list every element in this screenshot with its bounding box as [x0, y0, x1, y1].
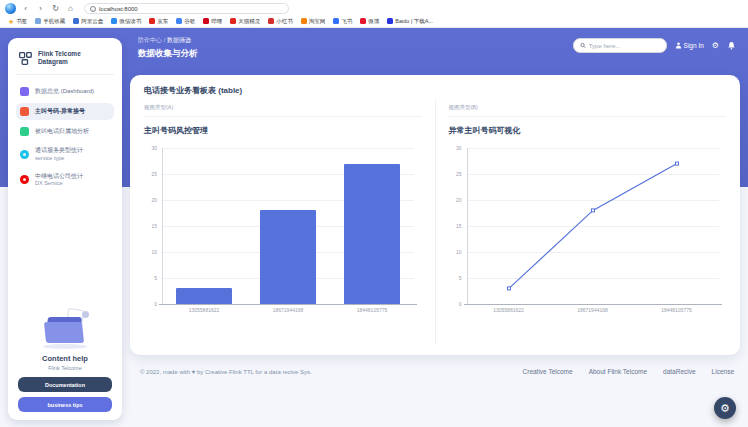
- caller-abnormal-icon: [20, 107, 29, 116]
- y-tick-label: 30: [144, 145, 157, 151]
- bookmark-item[interactable]: 微信读书: [111, 18, 141, 25]
- bookmark-label: 微信读书: [119, 18, 141, 25]
- favicon-icon: [73, 18, 79, 24]
- business-tips-button[interactable]: business tips: [18, 397, 112, 412]
- sidebar-item[interactable]: 被叫电话归属地分析: [16, 123, 114, 140]
- person-icon: [675, 42, 682, 49]
- sidebar-item-label: 数据总览 (Dashboard): [35, 88, 94, 96]
- footer-link[interactable]: License: [712, 368, 734, 375]
- x-tick-label: 13055881622: [162, 307, 246, 313]
- bookmark-label: 京东: [157, 18, 168, 25]
- breadcrumb-separator: /: [164, 37, 166, 43]
- documentation-button[interactable]: Documentation: [18, 377, 112, 392]
- bookmark-item[interactable]: 小红书: [268, 18, 293, 25]
- bookmark-label: 书签: [16, 18, 27, 25]
- sidebar-item[interactable]: 主叫号码-异常接号: [16, 103, 114, 120]
- y-tick-label: 20: [144, 197, 157, 203]
- address-bar[interactable]: i localhost:8000: [84, 3, 289, 14]
- bar-series-0: [176, 288, 231, 304]
- home-icon[interactable]: ⌂: [65, 3, 76, 14]
- sidebar-item-label: 主叫号码-异常接号: [35, 108, 85, 116]
- y-tick-label: 15: [144, 223, 157, 229]
- x-tick-label: 18448105775: [330, 307, 414, 313]
- url-text: localhost:8000: [99, 6, 138, 12]
- view-type-label-b: 视图类型(B): [449, 104, 727, 117]
- folder-illustration-icon: [37, 307, 93, 349]
- bookmark-item[interactable]: 天猫精灵: [230, 18, 260, 25]
- favicon-icon: [111, 18, 117, 24]
- copyright-text: © 2022, made with ♥ by Creative Flink TT…: [140, 369, 312, 375]
- bookmark-item[interactable]: 阿里云盘: [73, 18, 103, 25]
- star-icon: ★: [8, 18, 14, 25]
- browser-toolbar: ‹ › ↻ ⌂ i localhost:8000: [0, 0, 748, 15]
- refresh-icon[interactable]: ↻: [50, 3, 61, 14]
- y-tick-label: 10: [144, 249, 157, 255]
- back-icon[interactable]: ‹: [20, 3, 31, 14]
- service-type-icon: [20, 150, 29, 159]
- brand-logo-icon: [18, 51, 33, 66]
- brand-name: Flink Telcome Datagram: [38, 50, 112, 66]
- bookmark-item[interactable]: 谷歌: [176, 18, 195, 25]
- breadcrumb-current: 数据筛选: [167, 37, 191, 43]
- bookmark-label: 飞书: [341, 18, 352, 25]
- favicon-icon: [301, 18, 307, 24]
- bookmark-item[interactable]: 微博: [360, 18, 379, 25]
- bookmark-item[interactable]: 哔哩: [203, 18, 222, 25]
- bookmark-item[interactable]: ★书签: [8, 18, 27, 25]
- sign-in-label: Sign In: [684, 42, 704, 49]
- favicon-icon: [360, 18, 366, 24]
- favicon-icon: [333, 18, 339, 24]
- x-tick-label: 18671944168: [246, 307, 330, 313]
- sidebar-item[interactable]: 通话服务类型统计service type: [16, 143, 114, 165]
- sidebar-item[interactable]: 中继电话公司统计DX Service: [16, 169, 114, 191]
- browser-logo-icon[interactable]: [5, 3, 16, 14]
- bookmark-item[interactable]: Baidu | 下载A...: [387, 18, 433, 25]
- y-tick-label: 5: [144, 275, 157, 281]
- sidebar-item-label: 被叫电话归属地分析: [35, 128, 89, 136]
- bookmark-item[interactable]: 淘宝网: [301, 18, 326, 25]
- sidebar-menu: 数据总览 (Dashboard)主叫号码-异常接号被叫电话归属地分析通话服务类型…: [16, 83, 114, 191]
- bookmark-label: 淘宝网: [309, 18, 326, 25]
- search-box[interactable]: [573, 38, 667, 53]
- favicon-icon: [387, 18, 393, 24]
- settings-gear-icon[interactable]: ⚙: [712, 42, 719, 50]
- settings-fab[interactable]: ⚙: [714, 397, 736, 419]
- line-chart: 0510152025301305588162218671944168184481…: [449, 140, 727, 318]
- bookmark-label: 小红书: [276, 18, 293, 25]
- footer-link[interactable]: About Flink Telcome: [589, 368, 647, 375]
- dashboard-card: 电话接号业务看板表 (table) 视图类型(A) 主叫号码风控管理 05101…: [130, 75, 740, 355]
- notifications-bell-icon[interactable]: [727, 41, 736, 50]
- view-type-label-a: 视图类型(A): [144, 104, 422, 117]
- help-subtitle: Flink Telcome: [18, 365, 112, 371]
- favicon-icon: [176, 18, 182, 24]
- bar-series-0: [260, 210, 315, 304]
- bookmark-item[interactable]: 飞书: [333, 18, 352, 25]
- bar-chart-heading: 主叫号码风控管理: [144, 125, 422, 136]
- bookmark-label: 谷歌: [184, 18, 195, 25]
- forward-icon[interactable]: ›: [35, 3, 46, 14]
- bookmark-label: 手机收藏: [43, 18, 65, 25]
- bookmark-item[interactable]: 京东: [149, 18, 168, 25]
- footer-links: Creative TelcomeAbout Flink TelcomedataR…: [523, 368, 734, 375]
- bookmark-item[interactable]: 手机收藏: [35, 18, 65, 25]
- site-info-icon[interactable]: i: [90, 6, 96, 12]
- search-icon: [580, 42, 586, 49]
- bookmark-label: 天猫精灵: [238, 18, 260, 25]
- line-chart-panel: 视图类型(B) 异常主叫号码可视化 0510152025301305588162…: [436, 100, 727, 344]
- breadcrumb-root[interactable]: 防诈中心: [138, 37, 162, 43]
- y-tick-label: 0: [144, 301, 157, 307]
- line-series-0: [449, 140, 727, 318]
- sign-in-button[interactable]: Sign In: [675, 42, 704, 49]
- card-title: 电话接号业务看板表 (table): [144, 85, 726, 96]
- brand: Flink Telcome Datagram: [16, 48, 114, 75]
- favicon-icon: [35, 18, 41, 24]
- footer-link[interactable]: Creative Telcome: [523, 368, 573, 375]
- line-chart-heading: 异常主叫号码可视化: [449, 125, 727, 136]
- sidebar-item[interactable]: 数据总览 (Dashboard): [16, 83, 114, 100]
- app-viewport: Flink Telcome Datagram 数据总览 (Dashboard)主…: [0, 28, 748, 427]
- footer-link[interactable]: dataRecive: [663, 368, 696, 375]
- breadcrumb: 防诈中心 / 数据筛选: [138, 36, 198, 45]
- search-input[interactable]: [589, 43, 660, 49]
- bookmarks-bar: ★书签手机收藏阿里云盘微信读书京东谷歌哔哩天猫精灵小红书淘宝网飞书微博Baidu…: [0, 15, 748, 28]
- bar-chart-panel: 视图类型(A) 主叫号码风控管理 05101520253013055881622…: [144, 100, 436, 344]
